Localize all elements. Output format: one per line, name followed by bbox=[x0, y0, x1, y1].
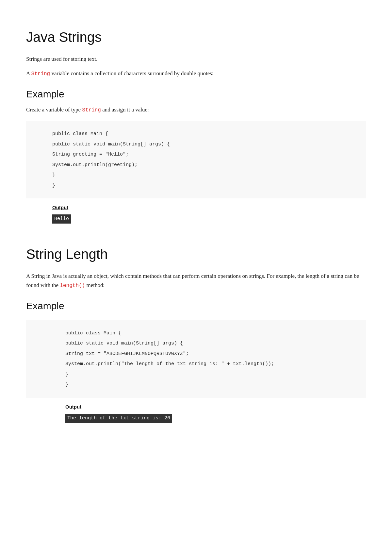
code2-line-5: } bbox=[65, 369, 353, 380]
code2-line-4: System.out.println("The length of the tx… bbox=[65, 359, 353, 369]
string-length-paragraph: A String in Java is actually an object, … bbox=[26, 272, 366, 290]
code-line-6: } bbox=[52, 180, 353, 191]
length-method-keyword: length() bbox=[60, 283, 85, 289]
intro-string-keyword: String bbox=[31, 71, 50, 77]
code2-line-1: public class Main { bbox=[65, 328, 353, 339]
code-line-1: public class Main { bbox=[52, 129, 353, 139]
example1-output-label: Output bbox=[26, 204, 366, 211]
example1-desc-suffix: and assign it a value: bbox=[101, 107, 149, 113]
intro-p2-suffix: variable contains a collection of charac… bbox=[50, 70, 213, 76]
code2-line-3: String txt = "ABCDEFGHIJKLMNOPQRSTUVWXYZ… bbox=[65, 349, 353, 359]
example2-output-label: Output bbox=[26, 403, 366, 411]
intro-p2-prefix: A bbox=[26, 70, 31, 76]
string-length-section: String Length A String in Java is actual… bbox=[26, 243, 366, 433]
example1-string-keyword: String bbox=[82, 107, 101, 113]
example1-output-value: Hello bbox=[52, 214, 71, 224]
example1-heading: Example bbox=[26, 86, 366, 102]
example2-code-block: public class Main { public static void m… bbox=[26, 320, 366, 398]
intro-paragraph-1: Strings are used for storing text. bbox=[26, 55, 366, 64]
intro-paragraph-2: A String variable contains a collection … bbox=[26, 69, 366, 78]
code-line-3: String greeting = "Hello"; bbox=[52, 149, 353, 160]
code-line-2: public static void main(String[] args) { bbox=[52, 139, 353, 150]
code-line-5: } bbox=[52, 170, 353, 180]
page-title: Java Strings bbox=[26, 26, 366, 48]
code2-line-6: } bbox=[65, 379, 353, 390]
example2-output-value: The length of the txt string is: 26 bbox=[65, 414, 172, 423]
string-length-title: String Length bbox=[26, 243, 366, 265]
example2-heading: Example bbox=[26, 298, 366, 314]
example1-code-block: public class Main { public static void m… bbox=[26, 121, 366, 198]
code-line-4: System.out.println(greeting); bbox=[52, 160, 353, 170]
example1-description: Create a variable of type String and ass… bbox=[26, 105, 366, 114]
code2-line-2: public static void main(String[] args) { bbox=[65, 338, 353, 349]
sl-para-suffix: method: bbox=[85, 282, 105, 288]
example1-desc-prefix: Create a variable of type bbox=[26, 107, 82, 113]
